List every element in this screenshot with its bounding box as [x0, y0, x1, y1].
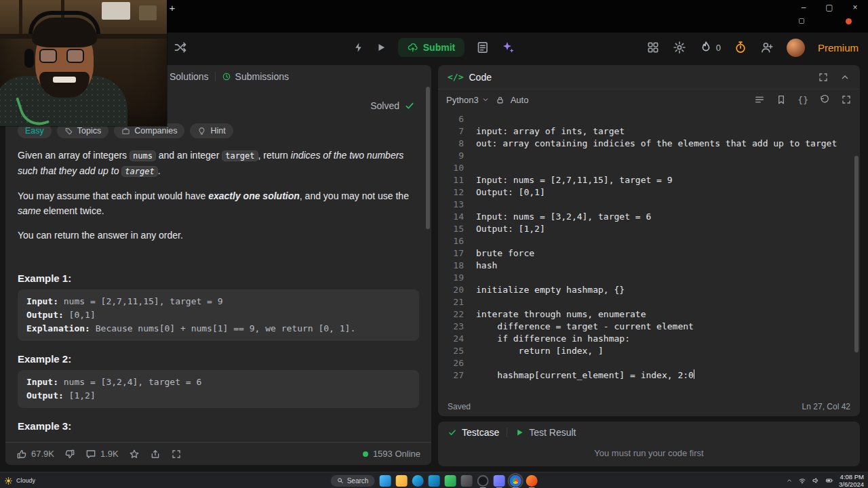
code-line[interactable]: 19	[438, 272, 860, 284]
code-line[interactable]: 9	[438, 150, 860, 162]
hint-pill[interactable]: Hint	[190, 123, 233, 138]
taskbar-clock[interactable]: 4:08 PM 3/6/2024	[839, 473, 864, 488]
editor-header: </> Code	[438, 65, 860, 89]
shortcuts-button[interactable]: {}	[797, 95, 808, 105]
debug-button[interactable]	[353, 42, 364, 53]
wifi-icon[interactable]	[798, 476, 806, 485]
taskbar-app-icon[interactable]	[460, 475, 472, 487]
code-line[interactable]: 18hash	[438, 260, 860, 272]
taskbar-app-icon[interactable]	[509, 475, 521, 487]
dislike-button[interactable]	[64, 449, 75, 460]
panel-resize-handle[interactable]	[431, 65, 438, 466]
code-line[interactable]: 16	[438, 235, 860, 247]
volume-icon[interactable]	[812, 476, 820, 485]
example-2-title: Example 2:	[5, 353, 431, 365]
submit-button[interactable]: Submit	[398, 38, 465, 57]
taskbar-center: Search	[331, 472, 538, 488]
editor-collapse-button[interactable]	[840, 72, 850, 83]
code-line[interactable]: 11Input: nums = [2,7,11,15], target = 9	[438, 174, 860, 186]
tab-testcase[interactable]: Testcase	[448, 427, 499, 438]
tab-test-result[interactable]: Test Result	[515, 427, 576, 438]
code-line[interactable]: 14Input: nums = [3,2,4], target = 6	[438, 211, 860, 223]
taskbar-app-icon[interactable]	[493, 475, 505, 487]
console-panel: Testcase Test Result You must run your c…	[438, 422, 860, 466]
tab-submissions[interactable]: Submissions	[222, 71, 289, 82]
test-result-play-icon	[515, 428, 524, 437]
editor-scrollbar[interactable]	[854, 156, 859, 352]
inline-code-nums: nums	[130, 150, 156, 161]
code-line[interactable]: 24 if difference in hashmap:	[438, 333, 860, 345]
code-line[interactable]: 26	[438, 357, 860, 369]
taskbar-app-icon[interactable]	[444, 475, 456, 487]
headphones-band	[28, 11, 100, 34]
streak-counter[interactable]: 0	[699, 41, 721, 54]
code-line[interactable]: 6	[438, 113, 860, 125]
code-line[interactable]: 17brute force	[438, 247, 860, 260]
premium-link[interactable]: Premium	[818, 42, 859, 54]
invite-user-button[interactable]	[760, 41, 774, 54]
browser-extension-icon[interactable]	[797, 17, 806, 25]
code-line[interactable]: 12Output: [0,1]	[438, 186, 860, 199]
code-line[interactable]: 20initialize empty hashmap, {}	[438, 284, 860, 296]
new-tab-button[interactable]: +	[165, 1, 179, 15]
person-smile	[53, 77, 76, 83]
user-avatar[interactable]	[787, 39, 805, 57]
code-line[interactable]: 7input: array of ints, target	[438, 125, 860, 138]
favorite-star-button[interactable]	[129, 449, 140, 460]
problem-panel-scrollbar[interactable]	[426, 87, 430, 229]
code-line[interactable]: 22interate through nums, enumerate	[438, 308, 860, 321]
editor-maximize-button[interactable]	[818, 72, 829, 83]
code-line[interactable]: 25 return [index, ]	[438, 345, 860, 357]
taskbar-app-icon[interactable]	[477, 475, 488, 487]
settings-gear-button[interactable]	[673, 41, 686, 54]
language-selector[interactable]: Python3	[446, 95, 490, 105]
briefcase-icon	[121, 127, 130, 136]
editor-fullscreen-button[interactable]	[841, 94, 852, 105]
search-icon	[337, 477, 344, 484]
taskbar-time: 4:08 PM	[839, 473, 864, 481]
editor-tab-label[interactable]: Code	[469, 72, 491, 83]
code-line[interactable]: 23 difference = target - current element	[438, 321, 860, 333]
weather-widget[interactable]: Cloudy	[4, 472, 35, 488]
taskbar-app-icon[interactable]	[428, 475, 439, 487]
window-close-button[interactable]: ×	[842, 0, 868, 15]
headphones-earcup	[24, 49, 34, 68]
taskbar-app-icon[interactable]	[379, 475, 391, 487]
taskbar-app-icon[interactable]	[526, 475, 537, 487]
code-line[interactable]: 15Output: [1,2]	[438, 223, 860, 235]
shuffle-question-button[interactable]	[174, 41, 187, 54]
auto-toggle[interactable]: Auto	[511, 95, 529, 105]
testcase-check-icon	[448, 428, 457, 437]
notes-button[interactable]	[476, 41, 490, 54]
reset-code-button[interactable]	[819, 94, 830, 105]
taskbar-app-icon[interactable]	[412, 475, 423, 487]
share-button[interactable]	[150, 449, 161, 460]
taskbar-app-icon[interactable]	[395, 475, 407, 487]
timer-button[interactable]	[734, 41, 747, 54]
ai-assistant-button[interactable]	[501, 41, 515, 54]
window-minimize-button[interactable]: –	[791, 0, 816, 15]
format-code-button[interactable]	[754, 94, 765, 105]
code-line[interactable]: 27 hashmap[current_element] = index, 2:0	[438, 369, 860, 382]
console-message: You must run your code first	[438, 448, 860, 458]
bookmark-button[interactable]	[776, 94, 787, 105]
streak-count: 0	[716, 43, 721, 53]
tray-chevron-icon[interactable]	[786, 477, 793, 484]
apps-grid-button[interactable]	[646, 41, 660, 54]
window-maximize-button[interactable]: ▢	[816, 0, 842, 15]
taskbar-search[interactable]: Search	[331, 475, 375, 487]
like-button[interactable]: 67.9K	[16, 449, 54, 460]
code-line[interactable]: 10	[438, 162, 860, 174]
hint-label: Hint	[210, 126, 225, 136]
code-line[interactable]: 21	[438, 296, 860, 308]
battery-icon[interactable]	[825, 476, 833, 485]
run-button[interactable]	[376, 42, 387, 53]
code-line[interactable]: 8out: array containing indicies of the e…	[438, 138, 860, 150]
lock-icon	[496, 96, 505, 104]
comments-button[interactable]: 1.9K	[85, 449, 119, 460]
fullscreen-button[interactable]	[171, 449, 182, 460]
code-editor-area[interactable]: 6 7input: array of ints, target 8out: ar…	[438, 110, 860, 382]
comment-count: 1.9K	[100, 449, 119, 459]
code-line[interactable]: 13	[438, 199, 860, 211]
statement-paragraph-2: You may assume that each input would hav…	[18, 188, 419, 218]
